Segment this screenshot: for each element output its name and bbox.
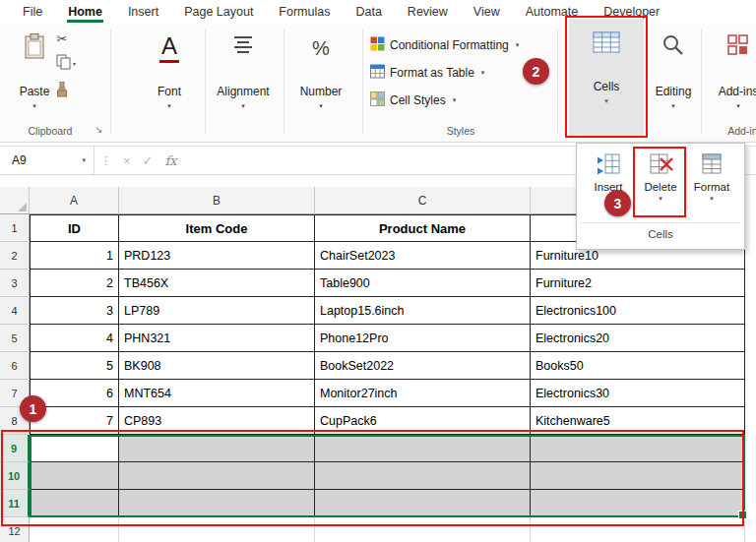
format-as-table-label: Format as Table (390, 66, 474, 80)
row-header-3[interactable]: 3 (0, 270, 30, 297)
tab-view[interactable]: View (461, 1, 513, 23)
tab-formulas[interactable]: Formulas (266, 1, 343, 23)
font-group-button[interactable]: A Font ▾ (138, 28, 201, 126)
enter-icon[interactable]: ✓ (143, 153, 154, 168)
cell-D8[interactable]: Kitchenware5 (531, 407, 745, 435)
cell-B2[interactable]: PRD123 (119, 242, 315, 270)
column-header-B[interactable]: B (119, 187, 315, 214)
column-header-C[interactable]: C (315, 187, 531, 214)
row-header-10[interactable]: 10 (0, 462, 30, 490)
cell-B7[interactable]: MNT654 (119, 380, 315, 407)
font-label: Font (138, 85, 201, 98)
cell-C1[interactable]: Product Name (315, 214, 531, 242)
cell-D4[interactable]: Electronics100 (531, 297, 745, 325)
menu-item-format[interactable]: Format ▾ (687, 149, 736, 219)
dialog-launcher-icon[interactable]: ↘ (94, 124, 102, 135)
cells-group-button[interactable]: Cells ▾ (569, 19, 644, 136)
name-box[interactable]: A9 ▾ (0, 147, 94, 174)
cell-C12[interactable] (315, 517, 531, 542)
row-header-4[interactable]: 4 (0, 297, 30, 325)
number-label: Number (289, 85, 352, 98)
cell-D6[interactable]: Books50 (531, 352, 745, 380)
chevron-down-icon: ▾ (73, 60, 76, 67)
alignment-icon (211, 33, 276, 55)
cell-B4[interactable]: LP789 (119, 297, 315, 325)
cell-C11[interactable] (315, 490, 531, 517)
tab-insert[interactable]: Insert (115, 1, 171, 23)
cell-A4[interactable]: 3 (30, 297, 119, 325)
cell-B8[interactable]: CP893 (119, 407, 315, 435)
cell-C10[interactable] (315, 462, 531, 490)
cell-B10[interactable] (119, 462, 315, 490)
select-all-corner[interactable] (0, 187, 30, 214)
chevron-down-icon: ▾ (710, 195, 714, 203)
menu-separator (581, 222, 740, 223)
row-header-5[interactable]: 5 (0, 325, 30, 352)
cell-styles-icon (370, 91, 385, 109)
editing-group-button[interactable]: Editing ▾ (642, 28, 705, 126)
row-header-11[interactable]: 11 (0, 490, 30, 517)
row-header-6[interactable]: 6 (0, 352, 30, 380)
cell-C6[interactable]: BookSet2022 (315, 352, 531, 380)
magnifier-icon (642, 33, 705, 57)
cell-B5[interactable]: PHN321 (119, 325, 315, 352)
font-icon: A (138, 33, 201, 63)
cell-C5[interactable]: Phone12Pro (315, 325, 531, 352)
row-header-1[interactable]: 1 (0, 214, 30, 242)
cell-C3[interactable]: Table900 (315, 270, 531, 297)
cell-D5[interactable]: Electronics20 (531, 325, 745, 352)
tab-review[interactable]: Review (395, 1, 461, 23)
cell-B12[interactable] (119, 517, 315, 542)
cell-A12[interactable] (30, 517, 119, 542)
cells-table-icon (569, 30, 644, 54)
tab-home[interactable]: Home (55, 1, 115, 23)
formula-bar-splitter[interactable]: ⋮ (100, 154, 111, 167)
cell-styles-button[interactable]: Cell Styles ▾ (370, 90, 456, 110)
format-as-table-button[interactable]: Format as Table ▾ (370, 63, 484, 83)
insert-cells-icon (596, 152, 621, 176)
group-separator (110, 30, 111, 134)
cancel-icon[interactable]: × (123, 153, 131, 168)
cell-D7[interactable]: Electronics30 (531, 380, 745, 407)
cell-D11[interactable] (531, 490, 745, 517)
column-header-A[interactable]: A (30, 187, 119, 214)
row-header-12[interactable]: 12 (0, 517, 30, 542)
conditional-formatting-button[interactable]: Conditional Formatting ▾ (370, 35, 519, 55)
insert-function-icon[interactable]: fx (165, 153, 177, 168)
tab-file[interactable]: File (10, 1, 55, 23)
cell-A10[interactable] (30, 462, 119, 490)
cell-B3[interactable]: TB456X (119, 270, 315, 297)
cell-D3[interactable]: Furniture2 (531, 270, 745, 297)
copy-button[interactable]: ▾ (49, 53, 83, 73)
cell-C4[interactable]: Laptop15.6inch (315, 297, 531, 325)
row-header-2[interactable]: 2 (0, 242, 30, 270)
cell-C9[interactable] (315, 435, 531, 462)
row-header-9[interactable]: 9 (0, 435, 30, 462)
cell-C2[interactable]: ChairSet2023 (315, 242, 531, 270)
cell-A6[interactable]: 5 (30, 352, 119, 380)
cell-D9[interactable] (531, 435, 745, 462)
cell-A2[interactable]: 1 (30, 242, 119, 270)
cell-A9[interactable] (30, 435, 119, 462)
cell-A5[interactable]: 4 (30, 325, 119, 352)
cell-B9[interactable] (119, 435, 315, 462)
format-painter-button[interactable] (51, 81, 73, 100)
cell-D10[interactable] (531, 462, 745, 490)
cell-B11[interactable] (119, 490, 315, 517)
cut-button[interactable]: ✂ (51, 29, 73, 48)
alignment-group-button[interactable]: Alignment ▾ (211, 28, 276, 126)
tab-page-layout[interactable]: Page Layout (171, 1, 266, 23)
cell-D12[interactable] (531, 517, 745, 542)
tab-data[interactable]: Data (343, 1, 394, 23)
cell-A11[interactable] (30, 490, 119, 517)
addins-button[interactable]: Add-ins ▾ (707, 28, 756, 126)
cell-C8[interactable]: CupPack6 (315, 407, 531, 435)
cell-C7[interactable]: Monitor27inch (315, 380, 531, 407)
addins-label: Add-ins (707, 85, 756, 98)
cell-A3[interactable]: 2 (30, 270, 119, 297)
menu-item-delete[interactable]: Delete ▾ (636, 149, 685, 219)
cell-B6[interactable]: BK908 (119, 352, 315, 380)
cell-B1[interactable]: Item Code (119, 214, 315, 242)
number-group-button[interactable]: % Number ▾ (289, 28, 352, 126)
cell-A1[interactable]: ID (30, 214, 119, 242)
